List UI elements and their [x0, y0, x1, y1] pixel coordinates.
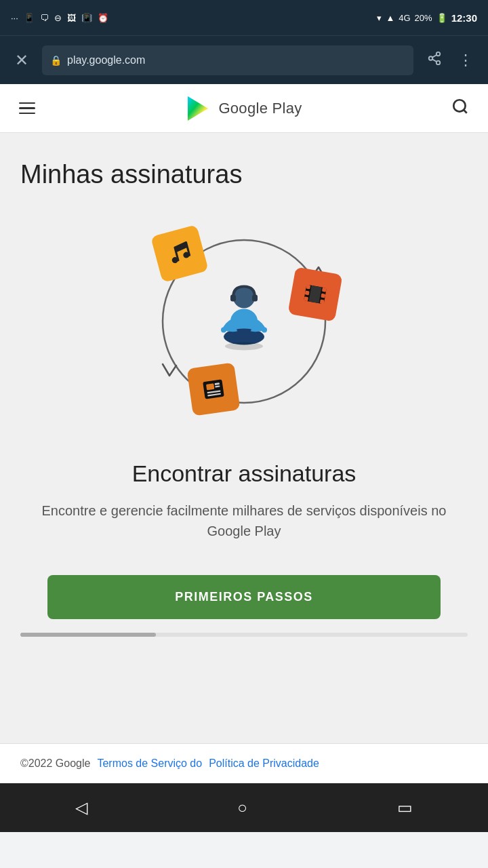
news-card-icon — [186, 362, 240, 416]
page-title: Minhas assinaturas — [20, 160, 242, 189]
privacy-policy-link[interactable]: Política de Privacidade — [209, 757, 319, 770]
section-description: Encontre e gerencie facilmente milhares … — [41, 500, 447, 541]
svg-point-32 — [225, 342, 263, 351]
recents-icon: ▭ — [397, 798, 413, 816]
google-play-logo: Google Play — [52, 95, 435, 122]
back-button[interactable]: ◁ — [55, 790, 108, 825]
section-title: Encontrar assinaturas — [132, 460, 357, 487]
4g-label: 4G — [399, 13, 410, 23]
footer: ©2022 Google Termos de Serviço do Políti… — [0, 743, 488, 783]
vibrate-icon: 📳 — [81, 13, 92, 23]
url-bar[interactable]: 🔒 play.google.com — [42, 45, 413, 75]
share-button[interactable] — [422, 45, 447, 75]
subscriptions-illustration — [115, 216, 373, 433]
time-display: 12:30 — [451, 12, 477, 24]
main-content: Minhas assinaturas — [0, 133, 488, 743]
status-bar: ··· 📱 🗨 ⊖ 🖼 📳 ⏰ ▾ ▲ 4G 20% 🔋 12:30 — [0, 0, 488, 35]
status-bar-right: ▾ ▲ 4G 20% 🔋 12:30 — [377, 12, 477, 24]
svg-rect-27 — [252, 295, 258, 302]
svg-rect-17 — [320, 299, 325, 304]
svg-rect-15 — [321, 294, 325, 298]
svg-point-30 — [221, 328, 226, 333]
copyright-text: ©2022 Google — [20, 757, 90, 770]
dots-icon: ··· — [11, 13, 18, 23]
hamburger-menu-button[interactable] — [14, 97, 41, 120]
alarm-icon: ⏰ — [98, 13, 108, 23]
translate-icon: 🗨 — [40, 13, 49, 23]
scroll-thumb — [20, 633, 156, 637]
svg-point-2 — [436, 60, 441, 64]
more-options-button[interactable]: ⋮ — [453, 46, 479, 75]
google-play-header: Google Play — [0, 84, 488, 133]
svg-line-3 — [432, 59, 436, 62]
svg-point-0 — [436, 52, 441, 56]
status-bar-left: ··· 📱 🗨 ⊖ 🖼 📳 ⏰ — [11, 13, 108, 23]
signal-icon: ▲ — [386, 13, 394, 23]
svg-line-7 — [464, 110, 467, 113]
bottom-nav-bar: ◁ ○ ▭ — [0, 783, 488, 832]
browser-actions: ⋮ — [422, 45, 479, 75]
browser-bar: ✕ 🔒 play.google.com ⋮ — [0, 35, 488, 84]
svg-point-6 — [453, 100, 465, 111]
svg-marker-5 — [188, 96, 208, 121]
lock-icon: 🔒 — [50, 55, 62, 66]
svg-rect-20 — [206, 383, 214, 390]
wifi-icon: ▾ — [377, 13, 382, 23]
url-text: play.google.com — [67, 54, 145, 66]
mute-icon: ⊖ — [54, 13, 62, 23]
svg-rect-12 — [306, 285, 310, 290]
battery-text: 20% — [415, 13, 432, 23]
svg-point-31 — [262, 328, 267, 333]
hamburger-line-2 — [19, 107, 35, 109]
browser-close-button[interactable]: ✕ — [9, 45, 34, 75]
hamburger-line-1 — [19, 102, 35, 104]
terms-of-service-link[interactable]: Termos de Serviço do — [97, 757, 202, 770]
hamburger-line-3 — [19, 113, 35, 115]
svg-point-1 — [429, 56, 433, 60]
search-button[interactable] — [446, 92, 474, 125]
image-icon: 🖼 — [67, 13, 76, 23]
film-card-icon — [287, 267, 342, 321]
google-play-triangle-icon — [184, 95, 211, 122]
recents-button[interactable]: ▭ — [377, 790, 433, 825]
svg-line-4 — [432, 54, 436, 57]
svg-rect-14 — [305, 290, 310, 295]
svg-rect-13 — [322, 288, 327, 292]
google-play-label: Google Play — [218, 100, 302, 117]
home-button[interactable]: ○ — [217, 790, 268, 825]
meditating-person-icon — [210, 284, 278, 359]
back-icon: ◁ — [75, 798, 87, 816]
battery-icon: 🔋 — [436, 13, 447, 23]
svg-rect-16 — [304, 296, 308, 301]
scroll-indicator — [20, 633, 468, 637]
home-icon: ○ — [237, 798, 247, 816]
svg-rect-26 — [230, 295, 236, 302]
get-started-button[interactable]: PRIMEIROS PASSOS — [47, 575, 441, 619]
whatsapp-icon: 📱 — [24, 13, 35, 23]
